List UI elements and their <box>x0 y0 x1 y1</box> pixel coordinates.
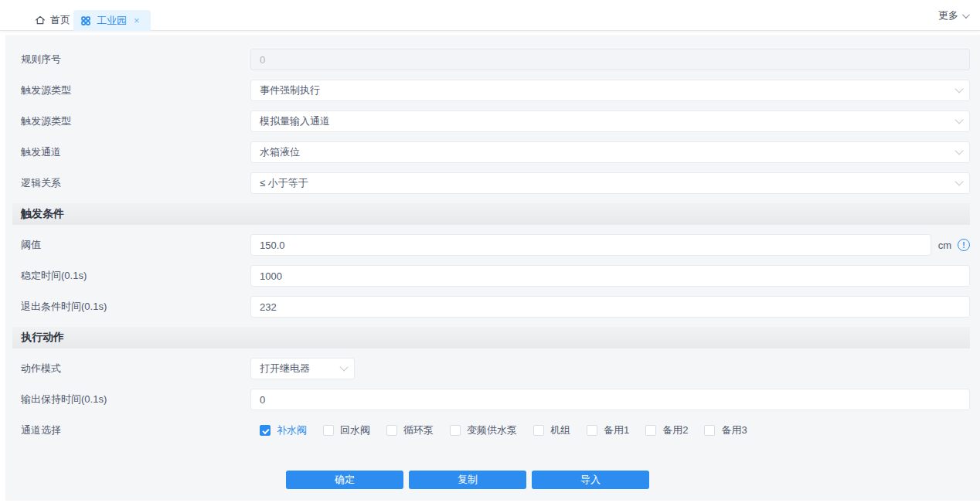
more-label: 更多 <box>938 8 958 22</box>
chevron-down-icon <box>954 146 963 155</box>
logic-relation-select[interactable]: ≤ 小于等于 <box>250 172 970 194</box>
checkbox-channel-4[interactable]: 变频供水泵 <box>450 423 517 437</box>
checkbox-icon <box>587 425 597 436</box>
select-value: 打开继电器 <box>260 362 310 376</box>
checkbox-channel-6[interactable]: 备用1 <box>587 423 629 437</box>
checkbox-label: 备用2 <box>662 423 688 437</box>
field-label: 动作模式 <box>21 362 250 376</box>
checkbox-channel-7[interactable]: 备用2 <box>645 423 688 437</box>
grid-icon <box>80 15 91 26</box>
field-label: 逻辑关系 <box>21 176 250 190</box>
hold-time-input[interactable] <box>250 389 970 410</box>
checkbox-icon <box>645 425 656 436</box>
form-row-action-mode: 动作模式 打开继电器 <box>21 353 970 384</box>
import-button[interactable]: 导入 <box>532 471 649 489</box>
more-button[interactable]: 更多 <box>938 0 968 31</box>
tab-close-icon[interactable]: × <box>132 14 141 27</box>
field-label: 触发源类型 <box>21 83 250 97</box>
form-row-hold-time: 输出保持时间(0.1s) <box>21 384 970 415</box>
checkbox-label: 备用3 <box>721 423 747 437</box>
chevron-down-icon <box>962 11 970 19</box>
checkbox-icon <box>450 425 461 436</box>
section-action: 执行动作 <box>12 327 970 348</box>
select-value: 模拟量输入通道 <box>260 114 330 128</box>
field-label: 退出条件时间(0.1s) <box>21 300 250 314</box>
field-label: 触发源类型 <box>21 114 250 128</box>
form-row-trigger-channel: 触发通道 水箱液位 <box>21 137 970 168</box>
tab-industrial-park[interactable]: 工业园 × <box>73 10 151 31</box>
chevron-down-icon <box>954 115 963 124</box>
form-row-logic-relation: 逻辑关系 ≤ 小于等于 <box>21 168 970 199</box>
form-row-rule-number: 规则序号 <box>21 44 970 75</box>
tab-home-label: 首页 <box>50 13 70 27</box>
checkbox-icon <box>386 425 397 436</box>
chevron-down-icon <box>339 362 348 371</box>
threshold-input[interactable] <box>250 234 931 256</box>
confirm-button[interactable]: 确定 <box>286 471 403 489</box>
form-row-threshold: 阈值 cm ! <box>21 229 970 260</box>
field-label: 稳定时间(0.1s) <box>21 269 250 283</box>
checkbox-icon <box>323 425 334 436</box>
copy-button[interactable]: 复制 <box>409 471 526 489</box>
threshold-unit: cm <box>938 240 951 251</box>
section-title: 触发条件 <box>21 207 64 221</box>
checkbox-icon <box>533 425 544 436</box>
checkbox-label: 备用1 <box>604 423 629 437</box>
action-mode-select[interactable]: 打开继电器 <box>250 358 355 379</box>
field-label: 输出保持时间(0.1s) <box>21 393 250 406</box>
chevron-down-icon <box>954 84 963 93</box>
select-value: 水箱液位 <box>260 145 300 159</box>
checkbox-label: 回水阀 <box>340 423 370 437</box>
select-value: 事件强制执行 <box>260 83 320 97</box>
info-icon[interactable]: ! <box>958 239 970 251</box>
chevron-down-icon <box>954 177 963 185</box>
checkbox-channel-5[interactable]: 机组 <box>533 423 570 437</box>
checkbox-channel-1[interactable]: 补水阀 <box>260 423 307 437</box>
checkbox-icon <box>704 425 715 436</box>
trigger-channel-select[interactable]: 水箱液位 <box>250 141 970 163</box>
checkbox-label: 机组 <box>550 423 570 437</box>
tab-bar: 首页 工业园 × 更多 <box>0 0 980 31</box>
checkbox-channel-3[interactable]: 循环泵 <box>386 423 434 437</box>
checkbox-label: 循环泵 <box>403 423 434 437</box>
form-row-exit-time: 退出条件时间(0.1s) <box>21 291 970 322</box>
channel-checkbox-group: 补水阀 回水阀 循环泵 变频供水泵 机组 <box>250 423 747 437</box>
form-row-channel-select: 通道选择 补水阀 回水阀 循环泵 变频供水泵 <box>21 415 970 446</box>
field-label: 通道选择 <box>21 423 250 437</box>
rule-form-panel: 规则序号 触发源类型 事件强制执行 触发源类型 模拟量输入通道 触发通道 水箱液… <box>5 35 980 501</box>
tab-industrial-park-label: 工业园 <box>97 14 127 28</box>
form-row-trigger-source-type-1: 触发源类型 事件强制执行 <box>21 75 970 106</box>
exit-time-input[interactable] <box>250 296 970 318</box>
section-title: 执行动作 <box>21 331 64 345</box>
stable-time-input[interactable] <box>250 265 970 287</box>
form-row-stable-time: 稳定时间(0.1s) <box>21 260 970 291</box>
checkbox-channel-8[interactable]: 备用3 <box>704 423 747 437</box>
section-trigger-condition: 触发条件 <box>12 203 970 225</box>
checkbox-icon <box>260 425 271 436</box>
checkbox-label: 变频供水泵 <box>467 423 517 437</box>
trigger-source-channel-type-select[interactable]: 模拟量输入通道 <box>250 110 970 132</box>
rule-number-input[interactable] <box>250 49 970 70</box>
checkbox-channel-2[interactable]: 回水阀 <box>323 423 370 437</box>
field-label: 触发通道 <box>21 145 250 159</box>
home-icon <box>35 15 46 25</box>
checkbox-label: 补水阀 <box>277 423 307 437</box>
trigger-source-type-select[interactable]: 事件强制执行 <box>250 80 970 101</box>
tab-home[interactable]: 首页 <box>35 10 70 30</box>
field-label: 规则序号 <box>21 53 250 66</box>
button-row: 确定 复制 导入 <box>286 471 970 489</box>
form-row-trigger-source-type-2: 触发源类型 模拟量输入通道 <box>21 106 970 137</box>
select-value: ≤ 小于等于 <box>260 176 308 190</box>
field-label: 阈值 <box>21 238 250 252</box>
